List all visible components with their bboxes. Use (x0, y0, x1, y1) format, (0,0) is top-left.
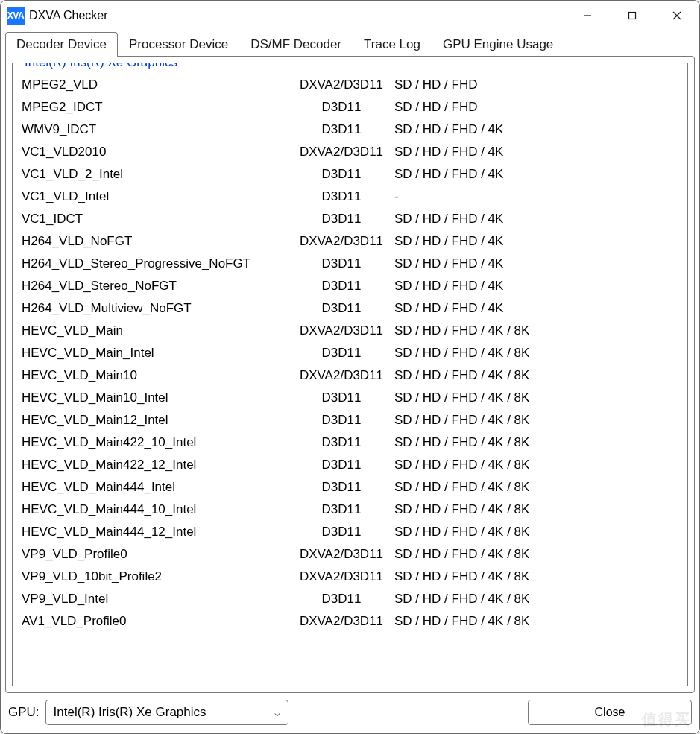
codec-name: HEVC_VLD_Main10_Intel (17, 387, 293, 409)
codec-row[interactable]: MPEG2_VLDDXVA2/D3D11SD / HD / FHD (17, 74, 683, 96)
codec-api: DXVA2/D3D11 (293, 543, 390, 566)
codec-row[interactable]: HEVC_VLD_Main12_IntelD3D11SD / HD / FHD … (17, 409, 683, 431)
codec-name: HEVC_VLD_Main444_10_Intel (17, 499, 293, 521)
codec-row[interactable]: VC1_VLD_2_IntelD3D11SD / HD / FHD / 4K (17, 163, 683, 186)
titlebar: XVA DXVA Checker (1, 1, 699, 31)
codec-resolutions: SD / HD / FHD / 4K / 8K (390, 499, 683, 521)
codec-row[interactable]: HEVC_VLD_Main10_IntelD3D11SD / HD / FHD … (17, 387, 683, 409)
codec-name: HEVC_VLD_Main422_12_Intel (17, 454, 293, 476)
codec-name: VC1_VLD_Intel (17, 186, 293, 208)
tab-decoder-device[interactable]: Decoder Device (5, 32, 118, 57)
codec-resolutions: SD / HD / FHD / 4K / 8K (390, 409, 683, 431)
minimize-button[interactable] (565, 1, 610, 31)
codec-api: D3D11 (293, 163, 390, 186)
codec-api: D3D11 (293, 118, 390, 141)
codec-row[interactable]: HEVC_VLD_Main444_12_IntelD3D11SD / HD / … (17, 521, 683, 543)
codec-name: HEVC_VLD_Main10 (17, 364, 293, 387)
codec-row[interactable]: HEVC_VLD_Main_IntelD3D11SD / HD / FHD / … (17, 342, 683, 364)
codec-row[interactable]: H264_VLD_NoFGTDXVA2/D3D11SD / HD / FHD /… (17, 230, 683, 253)
codec-row[interactable]: HEVC_VLD_Main422_10_IntelD3D11SD / HD / … (17, 431, 683, 454)
codec-api: D3D11 (293, 431, 390, 454)
codec-row[interactable]: VP9_VLD_IntelD3D11SD / HD / FHD / 4K / 8… (17, 588, 683, 610)
gpu-select-value: Intel(R) Iris(R) Xe Graphics (54, 705, 206, 720)
chevron-down-icon: ⌵ (274, 707, 280, 718)
codec-api: D3D11 (293, 342, 390, 364)
bottombar: GPU: Intel(R) Iris(R) Xe Graphics ⌵ Clos… (1, 697, 699, 733)
tab-trace-log[interactable]: Trace Log (353, 32, 432, 57)
codec-api: D3D11 (293, 186, 390, 208)
codec-row[interactable]: HEVC_VLD_MainDXVA2/D3D11SD / HD / FHD / … (17, 320, 683, 342)
codec-name: HEVC_VLD_Main (17, 320, 293, 342)
codec-resolutions: SD / HD / FHD / 4K / 8K (390, 454, 683, 476)
codec-name: MPEG2_VLD (17, 74, 293, 96)
codec-row[interactable]: H264_VLD_Stereo_Progressive_NoFGTD3D11SD… (17, 253, 683, 275)
gpu-groupbox: Intel(R) Iris(R) Xe Graphics MPEG2_VLDDX… (12, 63, 688, 686)
codec-resolutions: - (390, 186, 683, 208)
codec-name: HEVC_VLD_Main444_Intel (17, 476, 293, 499)
app-icon: XVA (7, 7, 25, 25)
codec-name: HEVC_VLD_Main422_10_Intel (17, 431, 293, 454)
codec-name: HEVC_VLD_Main_Intel (17, 342, 293, 364)
app-title: DXVA Checker (29, 1, 108, 31)
codec-resolutions: SD / HD / FHD / 4K (390, 230, 683, 253)
svg-rect-1 (629, 13, 636, 19)
maximize-button[interactable] (610, 1, 655, 31)
tabbar: Decoder Device Processor Device DS/MF De… (1, 31, 699, 56)
gpu-select[interactable]: Intel(R) Iris(R) Xe Graphics ⌵ (45, 700, 289, 725)
codec-resolutions: SD / HD / FHD / 4K (390, 297, 683, 320)
codec-resolutions: SD / HD / FHD / 4K / 8K (390, 476, 683, 499)
codec-resolutions: SD / HD / FHD / 4K (390, 208, 683, 230)
close-window-button[interactable] (655, 1, 699, 31)
codec-resolutions: SD / HD / FHD / 4K (390, 163, 683, 186)
codec-row[interactable]: HEVC_VLD_Main422_12_IntelD3D11SD / HD / … (17, 454, 683, 476)
codec-api: D3D11 (293, 297, 390, 320)
codec-api: D3D11 (293, 476, 390, 499)
codec-name: VC1_VLD_2_Intel (17, 163, 293, 186)
codec-row[interactable]: H264_VLD_Multiview_NoFGTD3D11SD / HD / F… (17, 297, 683, 320)
codec-row[interactable]: HEVC_VLD_Main10DXVA2/D3D11SD / HD / FHD … (17, 364, 683, 387)
codec-name: MPEG2_IDCT (17, 96, 293, 118)
tab-gpu-engine-usage[interactable]: GPU Engine Usage (432, 32, 564, 57)
codec-row[interactable]: VC1_VLD2010DXVA2/D3D11SD / HD / FHD / 4K (17, 141, 683, 163)
codec-resolutions: SD / HD / FHD / 4K (390, 253, 683, 275)
codec-api: D3D11 (293, 499, 390, 521)
codec-row[interactable]: AV1_VLD_Profile0DXVA2/D3D11SD / HD / FHD… (17, 610, 683, 633)
codec-api: D3D11 (293, 275, 390, 297)
codec-row[interactable]: HEVC_VLD_Main444_IntelD3D11SD / HD / FHD… (17, 476, 683, 499)
codec-name: VC1_VLD2010 (17, 141, 293, 163)
codec-resolutions: SD / HD / FHD / 4K / 8K (390, 387, 683, 409)
codec-row[interactable]: VP9_VLD_Profile0DXVA2/D3D11SD / HD / FHD… (17, 543, 683, 566)
codec-name: VP9_VLD_Profile0 (17, 543, 293, 566)
tab-dsmf-decoder[interactable]: DS/MF Decoder (239, 32, 353, 57)
close-button[interactable]: Close (528, 700, 692, 725)
codec-api: DXVA2/D3D11 (293, 74, 390, 96)
codec-row[interactable]: HEVC_VLD_Main444_10_IntelD3D11SD / HD / … (17, 499, 683, 521)
codec-row[interactable]: H264_VLD_Stereo_NoFGTD3D11SD / HD / FHD … (17, 275, 683, 297)
codec-resolutions: SD / HD / FHD / 4K / 8K (390, 543, 683, 566)
codec-row[interactable]: VC1_IDCTD3D11SD / HD / FHD / 4K (17, 208, 683, 230)
gpu-group-legend: Intel(R) Iris(R) Xe Graphics (20, 63, 182, 70)
codec-api: D3D11 (293, 454, 390, 476)
codec-api: D3D11 (293, 208, 390, 230)
codec-row[interactable]: VC1_VLD_IntelD3D11- (17, 186, 683, 208)
codec-name: H264_VLD_Multiview_NoFGT (17, 297, 293, 320)
tab-processor-device[interactable]: Processor Device (118, 32, 239, 57)
gpu-label: GPU: (8, 705, 40, 720)
codec-api: DXVA2/D3D11 (293, 610, 390, 633)
codec-api: DXVA2/D3D11 (293, 364, 390, 387)
codec-api: DXVA2/D3D11 (293, 141, 390, 163)
codec-resolutions: SD / HD / FHD / 4K / 8K (390, 588, 683, 610)
codec-resolutions: SD / HD / FHD / 4K (390, 118, 683, 141)
codec-resolutions: SD / HD / FHD / 4K / 8K (390, 364, 683, 387)
app-window: XVA DXVA Checker Decoder Device Processo… (0, 0, 700, 734)
codec-row[interactable]: WMV9_IDCTD3D11SD / HD / FHD / 4K (17, 118, 683, 141)
codec-row[interactable]: MPEG2_IDCTD3D11SD / HD / FHD (17, 96, 683, 118)
codec-resolutions: SD / HD / FHD / 4K / 8K (390, 431, 683, 454)
codec-api: D3D11 (293, 253, 390, 275)
codec-api: DXVA2/D3D11 (293, 230, 390, 253)
codec-row[interactable]: VP9_VLD_10bit_Profile2DXVA2/D3D11SD / HD… (17, 566, 683, 588)
codec-api: D3D11 (293, 96, 390, 118)
codec-name: VP9_VLD_10bit_Profile2 (17, 566, 293, 588)
codec-api: DXVA2/D3D11 (293, 566, 390, 588)
close-button-label: Close (595, 706, 625, 719)
